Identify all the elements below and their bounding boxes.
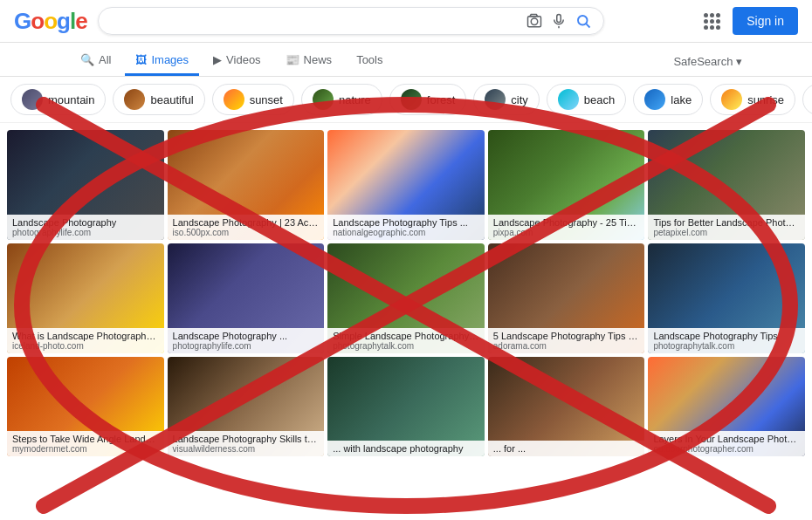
svg-point-4 [578,16,588,25]
image-col-4: Landscape Photography - 25 Tips to ... p… [488,130,645,456]
nav-tabs: 🔍 All 🖼 Images ▶ Videos 📰 News Tools Saf… [0,43,812,77]
image-col-3: Landscape Photography Tips ... nationalg… [327,130,485,456]
image-title: Landscape Photography - 25 Tips to ... [493,217,640,228]
image-card[interactable]: Landscape Photography - 25 Tips to ... p… [488,130,645,240]
image-card[interactable]: Simple Landscape Photography Tips W... p… [327,243,485,353]
image-card[interactable]: Steps to Take Wide Angle Landscapes mymo… [7,357,164,456]
chip-lake[interactable]: lake [633,84,703,115]
apps-icon[interactable] [704,13,720,30]
image-card[interactable]: ... for ... [488,357,645,456]
search-input[interactable]: landscape photography [111,14,520,29]
chip-nature[interactable]: nature [301,84,382,115]
chip-mountain[interactable]: mountain [10,84,106,115]
tab-images[interactable]: 🖼 Images [125,46,199,76]
image-card[interactable]: Layers In Your Landscape Photography ...… [648,357,805,456]
camera-search-button[interactable] [526,13,542,29]
image-source: pixpa.com [493,228,640,237]
image-source: visualwilderness.com [173,444,320,454]
image-source: iceland-photo.com [12,341,159,351]
videos-icon: ▶ [213,53,222,66]
image-card[interactable]: ... with landscape photography [327,357,485,456]
image-title: 5 Landscape Photography Tips from the Pr… [493,331,640,341]
tab-videos[interactable]: ▶ Videos [203,46,272,76]
svg-line-5 [586,24,589,27]
image-title: Landscape Photography ... [173,331,320,341]
image-title: Tips for Better Landscape Photography [653,217,800,228]
image-card[interactable]: Landscape Photography | 23 Actionable ..… [168,130,325,240]
image-col-2: Landscape Photography | 23 Actionable ..… [168,130,325,456]
image-source: adorama.com [493,341,640,351]
image-title: Steps to Take Wide Angle Landscapes [12,434,159,444]
category-bar: mountain beautiful sunset nature forest … [0,77,812,123]
image-card[interactable]: 5 Landscape Photography Tips from the Pr… [488,243,645,353]
tab-more[interactable]: Tools [346,46,393,76]
news-icon: 📰 [286,53,299,66]
voice-search-button[interactable] [551,13,567,29]
tab-all[interactable]: 🔍 All [70,46,121,76]
chip-beach[interactable]: beach [547,84,626,115]
search-icons [526,13,591,29]
google-logo: Google [14,8,87,35]
image-grid: Landscape Photography photographylife.co… [0,123,812,463]
image-title: Simple Landscape Photography Tips W... [333,331,479,341]
image-source: nationalgeographic.com [333,228,479,237]
image-card[interactable]: Tips for Better Landscape Photography pe… [648,130,805,240]
search-button[interactable] [575,13,591,29]
image-col-5: Tips for Better Landscape Photography pe… [648,130,805,456]
chip-forest[interactable]: forest [389,84,467,115]
image-card[interactable]: Landscape Photography photographylife.co… [7,130,164,240]
image-source: mymodernmet.com [12,444,159,454]
safesearch-dropdown[interactable]: SafeSearch ▾ [673,55,742,68]
image-card[interactable]: Landscape Photography Tips photographyta… [648,243,805,353]
tab-news[interactable]: 📰 News [275,46,343,76]
search-bar: landscape photography [98,7,604,35]
chip-summer[interactable]: summer [802,84,812,115]
chip-sunrise[interactable]: sunrise [710,84,795,115]
chip-sunset[interactable]: sunset [212,84,294,115]
image-title: Landscape Photography [12,217,159,228]
image-title: ... for ... [493,443,640,454]
image-source: petapixel.com [653,228,800,237]
svg-rect-2 [556,15,561,23]
image-source: outdoorphotographer.com [653,444,800,454]
image-title: Layers In Your Landscape Photography ... [653,434,800,444]
header-right: Sign in [704,7,798,35]
image-col-1: Landscape Photography photographylife.co… [7,130,164,456]
image-title: Landscape Photography Skills to ... [173,434,320,444]
header: Google landscape photography Sign in [0,0,812,43]
image-source: photographylife.com [173,341,320,351]
svg-point-0 [531,18,538,25]
all-icon: 🔍 [80,53,94,66]
image-card[interactable]: Landscape Photography Skills to ... visu… [168,357,325,456]
image-source: iso.500px.com [173,228,320,237]
image-card[interactable]: Landscape Photography Tips ... nationalg… [327,130,485,240]
image-card[interactable]: Landscape Photography ... photographylif… [168,243,325,353]
sign-in-button[interactable]: Sign in [733,7,798,35]
image-source: photographytalk.com [653,341,800,351]
image-source: photographylife.com [12,228,159,237]
image-source: photographytalk.com [333,341,479,351]
images-icon: 🖼 [135,53,147,66]
image-title: Landscape Photography | 23 Actionable ..… [173,217,320,228]
image-title: What is Landscape Photography ... [12,331,159,341]
image-title: Landscape Photography Tips [653,331,800,341]
image-title: ... with landscape photography [333,443,479,454]
image-card[interactable]: What is Landscape Photography ... icelan… [7,243,164,353]
chip-beautiful[interactable]: beautiful [113,84,204,115]
chip-city[interactable]: city [473,84,540,115]
image-title: Landscape Photography Tips ... [333,217,479,228]
